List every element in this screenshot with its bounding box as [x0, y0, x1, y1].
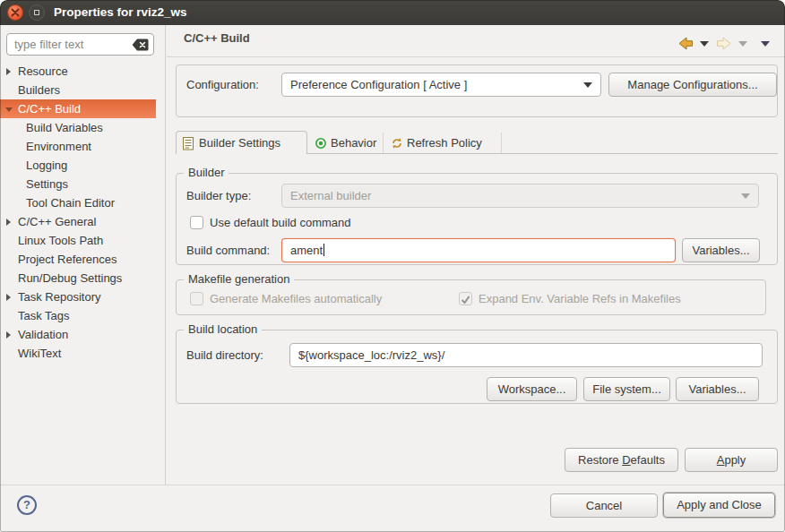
window-restore-button[interactable] [29, 4, 45, 21]
checkmark-icon [460, 294, 471, 305]
sidebar-item-task-repository[interactable]: Task Repository [0, 287, 156, 306]
build-location-group: Build location Build directory: ${worksp… [176, 330, 778, 404]
expand-arrow-icon[interactable] [5, 62, 14, 81]
view-menu-caret-icon[interactable] [761, 41, 770, 47]
manage-configurations-button[interactable]: Manage Configurations... [608, 73, 777, 97]
dropdown-caret-icon [741, 193, 750, 199]
sidebar-item-cpp-general[interactable]: C/C++ General [0, 212, 156, 231]
titlebar[interactable]: Properties for rviz2_ws [0, 0, 785, 25]
forward-history-caret-icon[interactable] [738, 41, 747, 47]
generate-makefiles-label: Generate Makefiles automatically [210, 292, 382, 306]
workspace-button[interactable]: Workspace... [487, 377, 577, 401]
sidebar-item-project-references[interactable]: Project References [0, 250, 156, 269]
sidebar-item-logging[interactable]: Logging [0, 156, 156, 175]
build-command-variables-button[interactable]: Variables... [682, 238, 760, 262]
tab-behavior[interactable]: Behavior [308, 133, 384, 153]
build-directory-label: Build directory: [186, 343, 263, 367]
text-cursor [323, 244, 324, 256]
filter-box [6, 33, 154, 56]
tab-refresh-policy[interactable]: Refresh Policy [384, 133, 502, 153]
target-icon [315, 137, 327, 152]
properties-dialog: Properties for rviz2_ws Resource Builder… [0, 0, 785, 532]
question-mark-icon: ? [23, 498, 30, 511]
forward-arrow-icon [716, 37, 732, 50]
builder-group-legend: Builder [184, 166, 229, 179]
expand-arrow-icon[interactable] [5, 287, 14, 306]
refresh-icon [391, 137, 403, 152]
sidebar-item-tool-chain-editor[interactable]: Tool Chain Editor [0, 193, 156, 212]
dropdown-caret-icon [583, 82, 592, 88]
sidebar-item-resource[interactable]: Resource [0, 62, 156, 81]
sidebar-item-build-variables[interactable]: Build Variables [0, 118, 156, 137]
sidebar-item-run-debug-settings[interactable]: Run/Debug Settings [0, 269, 156, 287]
expand-env-refs-label: Expand Env. Variable Refs in Makefiles [479, 292, 681, 306]
collapse-arrow-icon[interactable] [5, 99, 14, 118]
window-close-button[interactable] [7, 4, 23, 21]
sidebar-item-cpp-build[interactable]: C/C++ Build [0, 99, 156, 118]
build-command-input[interactable]: ament [281, 238, 676, 262]
apply-button[interactable]: Apply [685, 448, 778, 472]
sidebar-item-environment[interactable]: Environment [0, 137, 156, 156]
builder-type-select: External builder [281, 184, 759, 208]
expand-env-refs-checkbox [459, 292, 472, 305]
build-location-legend: Build location [184, 322, 262, 336]
expand-arrow-icon[interactable] [5, 212, 14, 231]
list-icon [183, 137, 194, 153]
page-title: C/C++ Build [184, 31, 250, 45]
expand-arrow-icon[interactable] [5, 325, 14, 344]
restore-icon [34, 10, 39, 15]
back-arrow-icon [677, 37, 694, 50]
file-system-button[interactable]: File system... [583, 377, 670, 401]
configuration-group: Configuration: Preference Configuration … [176, 64, 778, 117]
filter-input[interactable] [14, 35, 127, 54]
build-command-label: Build command: [186, 238, 270, 262]
nav-back-button[interactable] [677, 37, 694, 54]
builder-type-label: Builder type: [186, 184, 251, 208]
sidebar-item-validation[interactable]: Validation [0, 325, 156, 344]
sidebar-divider [165, 25, 166, 485]
sidebar-item-wikitext[interactable]: WikiText [0, 344, 156, 363]
build-directory-input[interactable]: ${workspace_loc:/rviz2_ws}/ [289, 343, 763, 367]
makefile-generation-legend: Makefile generation [184, 272, 294, 286]
build-directory-variables-button[interactable]: Variables... [676, 377, 759, 401]
filter-clear-icon[interactable] [132, 39, 149, 51]
nav-forward-button[interactable] [716, 37, 732, 54]
cancel-button[interactable]: Cancel [550, 493, 658, 518]
window-title: Properties for rviz2_ws [54, 0, 187, 25]
configuration-label: Configuration: [186, 73, 259, 97]
help-button[interactable]: ? [17, 495, 37, 515]
close-icon [11, 8, 20, 17]
header-divider [167, 56, 785, 57]
apply-and-close-button[interactable]: Apply and Close [663, 493, 775, 518]
back-history-caret-icon[interactable] [700, 41, 709, 47]
sidebar-item-linux-tools-path[interactable]: Linux Tools Path [0, 231, 156, 250]
sidebar-item-task-tags[interactable]: Task Tags [0, 306, 156, 325]
restore-defaults-button[interactable]: Restore Defaults [565, 448, 678, 472]
sidebar-item-builders[interactable]: Builders [0, 81, 156, 99]
sidebar-item-settings[interactable]: Settings [0, 175, 156, 193]
use-default-build-command-checkbox[interactable] [190, 216, 203, 229]
use-default-build-command-label: Use default build command [210, 216, 351, 230]
configuration-select[interactable]: Preference Configuration [ Active ] [281, 73, 601, 97]
makefile-generation-group: Makefile generation Generate Makefiles a… [176, 279, 766, 315]
builder-group: Builder Builder type: External builder U… [176, 173, 778, 265]
generate-makefiles-checkbox [190, 292, 203, 305]
footer-divider [0, 485, 785, 485]
tab-builder-settings[interactable]: Builder Settings [176, 131, 307, 154]
